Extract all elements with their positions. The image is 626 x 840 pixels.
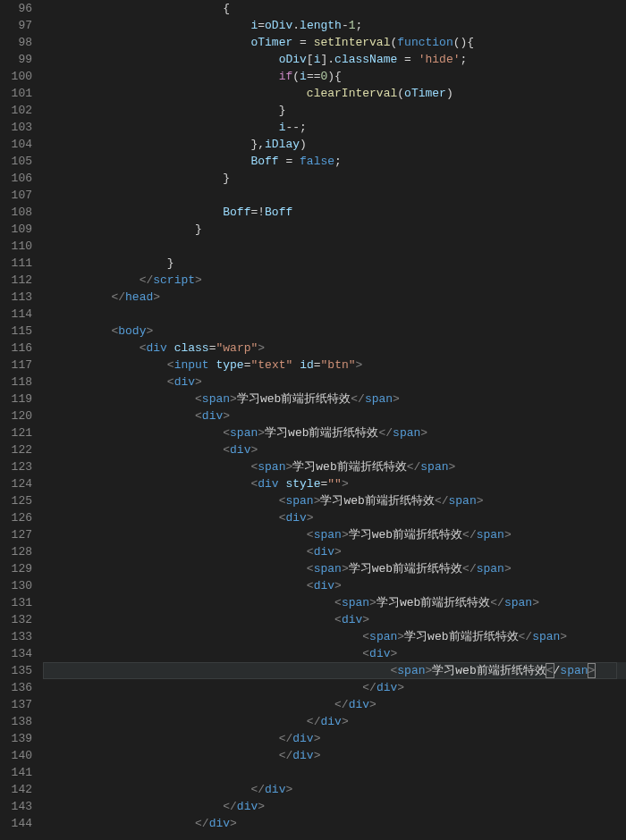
code-line[interactable]: </div> — [43, 815, 626, 832]
code-line[interactable]: <div> — [43, 441, 626, 458]
token-bracket: > — [449, 460, 456, 474]
token-bracket: < — [362, 647, 369, 660]
token-num: 1 — [349, 19, 356, 32]
token-bracket: > — [195, 375, 202, 389]
code-line[interactable]: </div> — [43, 730, 626, 747]
line-number: 106 — [0, 170, 32, 187]
code-line[interactable]: <div> — [43, 611, 626, 628]
line-number: 100 — [0, 68, 32, 85]
code-line[interactable]: <span>学习web前端折纸特效</span> — [43, 594, 626, 611]
token-plain — [167, 341, 174, 355]
token-bracket: < — [334, 613, 342, 626]
code-line[interactable]: clearInterval(oTimer) — [43, 85, 626, 102]
token-bracket: </ — [435, 494, 449, 508]
token-tag: div — [285, 511, 306, 525]
token-op: =! — [250, 206, 265, 219]
code-line[interactable]: </head> — [43, 289, 626, 306]
code-line[interactable]: <div> — [43, 645, 626, 662]
token-var: Boff — [265, 206, 292, 219]
code-line[interactable] — [43, 238, 626, 255]
code-line[interactable]: <body> — [43, 323, 626, 340]
token-txt: 学习web前端折纸特效 — [320, 494, 434, 508]
code-line[interactable]: } — [43, 170, 626, 187]
code-line[interactable]: <span>学习web前端折纸特效</span> — [43, 560, 626, 577]
token-attr: style — [285, 477, 320, 491]
token-bracket: > — [362, 613, 369, 626]
token-bracket: > — [504, 528, 512, 542]
code-line[interactable]: <span>学习web前端折纸特效</span> — [43, 458, 626, 475]
line-number: 104 — [0, 136, 32, 153]
token-tag: div — [292, 749, 313, 762]
token-tag: span — [285, 494, 313, 508]
token-tag: div — [349, 698, 369, 711]
code-line[interactable]: <span>学习web前端折纸特效</span> — [43, 628, 626, 645]
token-kw: false — [300, 155, 334, 168]
code-line[interactable]: i--; — [43, 119, 626, 136]
code-line[interactable]: </div> — [43, 696, 626, 713]
token-bracket: > — [504, 562, 512, 575]
code-line[interactable]: oTimer = setInterval(function(){ — [43, 34, 626, 51]
line-number: 109 — [0, 221, 32, 238]
code-line[interactable]: </div> — [43, 781, 626, 798]
code-line[interactable]: <div> — [43, 577, 626, 594]
code-line[interactable] — [43, 306, 626, 323]
code-line[interactable]: } — [43, 255, 626, 272]
token-attr: id — [300, 358, 314, 372]
code-line[interactable]: } — [43, 102, 626, 119]
line-number: 116 — [0, 340, 32, 357]
token-fn: clearInterval — [307, 87, 397, 100]
code-line[interactable]: <span>学习web前端折纸特效</span> — [43, 526, 626, 543]
code-line[interactable]: { — [43, 0, 626, 17]
code-line[interactable]: </div> — [43, 679, 626, 696]
token-tag: span — [393, 426, 420, 440]
code-line[interactable]: <span>学习web前端折纸特效</span> — [43, 424, 626, 441]
code-line[interactable]: </script> — [43, 272, 626, 289]
code-line[interactable]: <div style=""> — [43, 475, 626, 492]
token-var: Boff — [250, 155, 278, 168]
code-line[interactable]: <div> — [43, 407, 626, 424]
code-line[interactable] — [43, 764, 626, 781]
token-tag: div — [209, 817, 230, 830]
code-line[interactable]: <span>学习web前端折纸特效</span> — [43, 391, 626, 407]
token-bracket: </ — [250, 783, 265, 796]
code-line[interactable]: <div> — [43, 509, 626, 526]
line-number: 96 — [0, 0, 32, 17]
code-line[interactable]: oDiv[i].className = 'hide'; — [43, 51, 626, 68]
token-bracket: </ — [279, 749, 293, 762]
token-bracket: < — [195, 392, 202, 406]
line-number: 143 — [0, 798, 32, 815]
code-area[interactable]: { i=oDiv.length-1; oTimer = setInterval(… — [43, 0, 626, 840]
token-op: }, — [250, 138, 265, 151]
code-line[interactable]: <div> — [43, 543, 626, 560]
token-tag: div — [202, 409, 223, 423]
code-line[interactable]: i=oDiv.length-1; — [43, 17, 626, 34]
line-number: 127 — [0, 526, 32, 543]
token-tag: span — [258, 460, 285, 474]
token-bracket: > — [285, 783, 292, 796]
token-attr: class — [174, 341, 209, 355]
token-op: } — [167, 256, 174, 270]
token-bracket: > — [356, 358, 363, 372]
code-line[interactable]: },iDlay) — [43, 136, 626, 153]
code-line[interactable]: </div> — [43, 798, 626, 815]
token-op: } — [223, 172, 230, 185]
code-line[interactable]: <div> — [43, 374, 626, 391]
code-editor[interactable]: 9697989910010110210310410510610710810911… — [0, 0, 626, 840]
code-line[interactable]: } — [43, 221, 626, 238]
line-number: 130 — [0, 577, 32, 594]
code-line[interactable]: <input type="text" id="btn"> — [43, 357, 626, 374]
token-bracket: < — [167, 358, 174, 372]
code-line[interactable]: if(i==0){ — [43, 68, 626, 85]
line-number: 110 — [0, 238, 32, 255]
code-line[interactable]: <span>学习web前端折纸特效</span> — [43, 492, 626, 509]
code-line[interactable]: <span>学习web前端折纸特效</span> — [43, 662, 626, 679]
line-number: 114 — [0, 306, 32, 323]
code-line[interactable]: <div class="warp"> — [43, 340, 626, 357]
code-line[interactable]: Boff = false; — [43, 153, 626, 170]
line-number: 120 — [0, 407, 32, 424]
code-line[interactable] — [43, 187, 626, 204]
code-line[interactable]: Boff=!Boff — [43, 204, 626, 221]
token-bracket: > — [258, 800, 265, 813]
code-line[interactable]: </div> — [43, 713, 626, 730]
code-line[interactable]: </div> — [43, 747, 626, 764]
